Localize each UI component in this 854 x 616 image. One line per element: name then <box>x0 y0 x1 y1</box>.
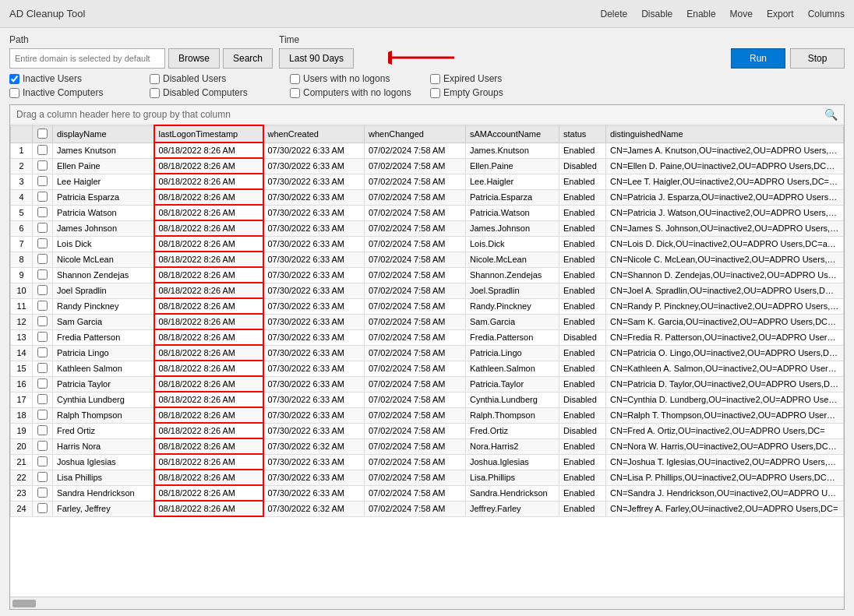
cell-dn: CN=Joshua T. Iglesias,OU=inactive2,OU=AD… <box>606 454 844 470</box>
path-input[interactable] <box>9 48 165 69</box>
cell-check[interactable] <box>33 205 53 220</box>
table-row: 4 Patricia Esparza 08/18/2022 8:26 AM 07… <box>11 189 844 205</box>
table-row: 8 Nicole McLean 08/18/2022 8:26 AM 07/30… <box>11 252 844 267</box>
cell-logon: 08/18/2022 8:26 AM <box>154 283 263 298</box>
cell-check[interactable] <box>33 485 53 501</box>
cell-changed: 07/02/2024 7:58 AM <box>365 392 466 407</box>
cell-status: Enabled <box>559 205 606 220</box>
checkbox-expired-users[interactable]: Expired Users <box>430 73 555 84</box>
cell-num: 1 <box>11 143 33 158</box>
cell-check[interactable] <box>33 158 53 174</box>
table-row: 20 Harris Nora 08/18/2022 8:26 AM 07/30/… <box>11 438 844 454</box>
run-button[interactable]: Run <box>731 48 785 69</box>
cell-check[interactable] <box>33 454 53 470</box>
horizontal-scrollbar[interactable] <box>10 597 844 609</box>
browse-button[interactable]: Browse <box>168 48 220 69</box>
grid-table-wrapper[interactable]: displayName lastLogonTimestamp whenCreat… <box>10 125 844 597</box>
empty-groups-label: Empty Groups <box>443 87 503 98</box>
time-label: Time <box>279 34 354 45</box>
cell-num: 6 <box>11 220 33 236</box>
cell-check[interactable] <box>33 236 53 252</box>
cell-check[interactable] <box>33 267 53 283</box>
move-action[interactable]: Move <box>730 9 753 19</box>
cell-check[interactable] <box>33 220 53 236</box>
table-row: 23 Sandra Hendrickson 08/18/2022 8:26 AM… <box>11 485 844 501</box>
cell-dn: CN=Shannon D. Zendejas,OU=inactive2,OU=A… <box>606 267 844 283</box>
cell-changed: 07/02/2024 7:58 AM <box>365 143 466 158</box>
grid-search-icon[interactable]: 🔍 <box>824 108 838 121</box>
cell-check[interactable] <box>33 392 53 407</box>
cell-changed: 07/02/2024 7:58 AM <box>365 407 466 423</box>
enable-action[interactable]: Enable <box>686 9 715 19</box>
cell-displayname: Ellen Paine <box>53 158 154 174</box>
no-logons-computers-label: Computers with no logons <box>303 87 411 98</box>
scrollbar-thumb[interactable] <box>12 600 36 607</box>
cell-logon: 08/18/2022 8:26 AM <box>154 423 263 438</box>
cell-created: 07/30/2022 6:33 AM <box>263 392 365 407</box>
col-header-displayname[interactable]: displayName <box>53 125 154 143</box>
cell-created: 07/30/2022 6:33 AM <box>263 314 365 329</box>
cell-created: 07/30/2022 6:33 AM <box>263 220 365 236</box>
cell-logon: 08/18/2022 8:26 AM <box>154 158 263 174</box>
col-header-dn[interactable]: distinguishedName <box>606 125 844 143</box>
col-header-created[interactable]: whenCreated <box>263 125 365 143</box>
time-button[interactable]: Last 90 Days <box>279 48 354 69</box>
cell-check[interactable] <box>33 298 53 314</box>
run-stop-group: Run Stop <box>731 48 845 69</box>
cell-num: 2 <box>11 158 33 174</box>
cell-displayname: Cynthia Lundberg <box>53 392 154 407</box>
cell-check[interactable] <box>33 501 53 516</box>
cell-dn: CN=Sam K. Garcia,OU=inactive2,OU=ADPRO U… <box>606 314 844 329</box>
cell-displayname: Shannon Zendejas <box>53 267 154 283</box>
cell-check[interactable] <box>33 438 53 454</box>
stop-button[interactable]: Stop <box>790 48 845 69</box>
cell-logon: 08/18/2022 8:26 AM <box>154 329 263 345</box>
checkbox-no-logons-users[interactable]: Users with no logons <box>290 73 415 84</box>
cell-check[interactable] <box>33 376 53 392</box>
cell-check[interactable] <box>33 329 53 345</box>
cell-sam: Joel.Spradlin <box>466 283 559 298</box>
cell-dn: CN=James S. Johnson,OU=inactive2,OU=ADPR… <box>606 220 844 236</box>
checkbox-disabled-computers[interactable]: Disabled Computers <box>150 87 274 98</box>
disable-action[interactable]: Disable <box>641 9 672 19</box>
cell-dn: CN=Randy P. Pinckney,OU=inactive2,OU=ADP… <box>606 298 844 314</box>
cell-check[interactable] <box>33 345 53 361</box>
search-button[interactable]: Search <box>223 48 273 69</box>
checkbox-inactive-computers[interactable]: Inactive Computers <box>9 87 134 98</box>
table-row: 6 James Johnson 08/18/2022 8:26 AM 07/30… <box>11 220 844 236</box>
cell-status: Enabled <box>559 376 606 392</box>
col-header-logon[interactable]: lastLogonTimestamp <box>154 125 263 143</box>
col-header-sam[interactable]: sAMAccountName <box>466 125 559 143</box>
cell-displayname: Randy Pinckney <box>53 298 154 314</box>
table-body: 1 James Knutson 08/18/2022 8:26 AM 07/30… <box>11 143 844 516</box>
cell-check[interactable] <box>33 407 53 423</box>
cell-check[interactable] <box>33 283 53 298</box>
cell-logon: 08/18/2022 8:26 AM <box>154 470 263 485</box>
cell-changed: 07/02/2024 7:58 AM <box>365 205 466 220</box>
checkbox-inactive-users[interactable]: Inactive Users <box>9 73 134 84</box>
cell-check[interactable] <box>33 143 53 158</box>
columns-action[interactable]: Columns <box>808 9 845 19</box>
cell-check[interactable] <box>33 174 53 189</box>
cell-changed: 07/02/2024 7:58 AM <box>365 454 466 470</box>
delete-action[interactable]: Delete <box>601 9 628 19</box>
checkbox-disabled-users[interactable]: Disabled Users <box>150 73 274 84</box>
cell-created: 07/30/2022 6:33 AM <box>263 485 365 501</box>
checkbox-empty-groups[interactable]: Empty Groups <box>430 87 555 98</box>
cell-check[interactable] <box>33 423 53 438</box>
cell-check[interactable] <box>33 361 53 376</box>
export-action[interactable]: Export <box>767 9 794 19</box>
cell-check[interactable] <box>33 314 53 329</box>
cell-check[interactable] <box>33 252 53 267</box>
table-row: 15 Kathleen Salmon 08/18/2022 8:26 AM 07… <box>11 361 844 376</box>
cell-check[interactable] <box>33 470 53 485</box>
col-header-changed[interactable]: whenChanged <box>365 125 466 143</box>
cell-num: 11 <box>11 298 33 314</box>
col-header-status[interactable]: status <box>559 125 606 143</box>
cell-check[interactable] <box>33 189 53 205</box>
checkbox-no-logons-computers[interactable]: Computers with no logons <box>290 87 415 98</box>
table-row: 22 Lisa Phillips 08/18/2022 8:26 AM 07/3… <box>11 470 844 485</box>
table-row: 18 Ralph Thompson 08/18/2022 8:26 AM 07/… <box>11 407 844 423</box>
cell-displayname: Lois Dick <box>53 236 154 252</box>
select-all-checkbox[interactable] <box>37 128 48 139</box>
